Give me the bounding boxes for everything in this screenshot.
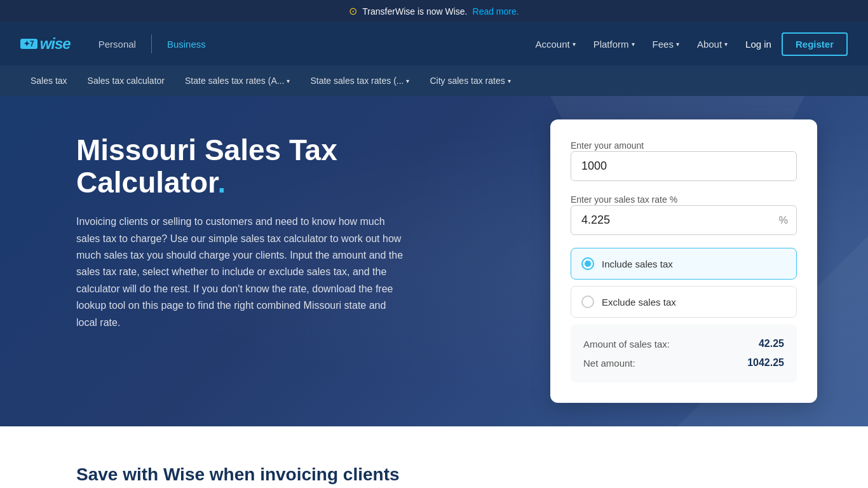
- net-result-row: Net amount: 1042.25: [583, 353, 784, 372]
- fees-chevron-icon: ▾: [676, 41, 679, 48]
- hero-title: Missouri Sales Tax Calculator.: [76, 134, 407, 198]
- nav-links-right: Account ▾ Platform ▾ Fees ▾ About ▾ Log …: [527, 32, 848, 56]
- include-sales-tax-option[interactable]: Include sales tax: [571, 248, 797, 280]
- amount-input[interactable]: [571, 151, 797, 181]
- subnav-b-chevron-icon: ▾: [406, 78, 409, 85]
- include-label: Include sales tax: [602, 259, 673, 269]
- exclude-sales-tax-option[interactable]: Exclude sales tax: [571, 286, 797, 318]
- nav-business[interactable]: Business: [159, 34, 214, 55]
- subnav-a-chevron-icon: ▾: [287, 78, 290, 85]
- nav-links-left: Personal Business: [91, 34, 214, 55]
- top-banner: ⊙ TransferWise is now Wise. Read more.: [0, 0, 868, 22]
- calc-results: Amount of sales tax: 42.25 Net amount: 1…: [571, 324, 797, 383]
- exclude-radio-circle: [581, 295, 594, 308]
- net-result-label: Net amount:: [583, 358, 635, 369]
- nav-divider: [151, 34, 152, 53]
- banner-text: TransferWise is now Wise.: [362, 6, 467, 17]
- sub-nav: Sales tax Sales tax calculator State sal…: [0, 65, 868, 96]
- include-radio-circle: [581, 257, 594, 270]
- title-dot: .: [217, 166, 226, 199]
- subnav-sales-tax[interactable]: Sales tax: [20, 67, 78, 95]
- platform-chevron-icon: ▾: [632, 41, 635, 48]
- nav-platform[interactable]: Platform ▾: [586, 34, 642, 55]
- subnav-city-rates[interactable]: City sales tax rates ▾: [419, 67, 520, 95]
- hero-content: Missouri Sales Tax Calculator. Invoicing…: [76, 134, 407, 331]
- hero-description: Invoicing clients or selling to customer…: [76, 214, 407, 331]
- subnav-sales-tax-calculator[interactable]: Sales tax calculator: [78, 67, 175, 95]
- nav-account[interactable]: Account ▾: [527, 34, 583, 55]
- rate-input[interactable]: [571, 205, 797, 235]
- coin-icon: ⊙: [349, 5, 357, 17]
- logo-text: wise: [40, 35, 71, 53]
- logo-flag: ✦7: [20, 39, 37, 49]
- amount-label: Enter your amount: [571, 140, 644, 151]
- login-button[interactable]: Log in: [738, 34, 779, 55]
- banner-link[interactable]: Read more.: [473, 6, 519, 17]
- tax-result-value: 42.25: [759, 338, 784, 349]
- main-nav: ✦7 wise Personal Business Account ▾ Plat…: [0, 22, 868, 65]
- about-chevron-icon: ▾: [724, 41, 728, 48]
- nav-fees[interactable]: Fees ▾: [645, 34, 687, 55]
- calculator-card: Enter your amount Enter your sales tax r…: [550, 119, 817, 403]
- exclude-label: Exclude sales tax: [602, 297, 676, 308]
- logo[interactable]: ✦7 wise: [20, 35, 71, 53]
- tax-result-label: Amount of sales tax:: [583, 339, 670, 349]
- rate-label: Enter your sales tax rate %: [571, 194, 677, 205]
- nav-personal[interactable]: Personal: [91, 34, 144, 55]
- nav-about[interactable]: About ▾: [689, 34, 735, 55]
- percent-suffix: %: [779, 215, 788, 226]
- account-chevron-icon: ▾: [573, 41, 576, 48]
- subnav-state-rates-b[interactable]: State sales tax rates (... ▾: [300, 67, 419, 95]
- register-button[interactable]: Register: [782, 32, 848, 56]
- rate-input-group: %: [571, 205, 797, 235]
- bottom-section-title: Save with Wise when invoicing clients: [76, 464, 792, 485]
- hero-section: Missouri Sales Tax Calculator. Invoicing…: [0, 96, 868, 426]
- subnav-state-rates-a[interactable]: State sales tax rates (A... ▾: [175, 67, 300, 95]
- include-radio-inner: [585, 261, 591, 267]
- net-result-value: 1042.25: [747, 357, 784, 369]
- subnav-city-chevron-icon: ▾: [508, 78, 511, 85]
- tax-result-row: Amount of sales tax: 42.25: [583, 334, 784, 353]
- bottom-section: Save with Wise when invoicing clients: [0, 426, 868, 488]
